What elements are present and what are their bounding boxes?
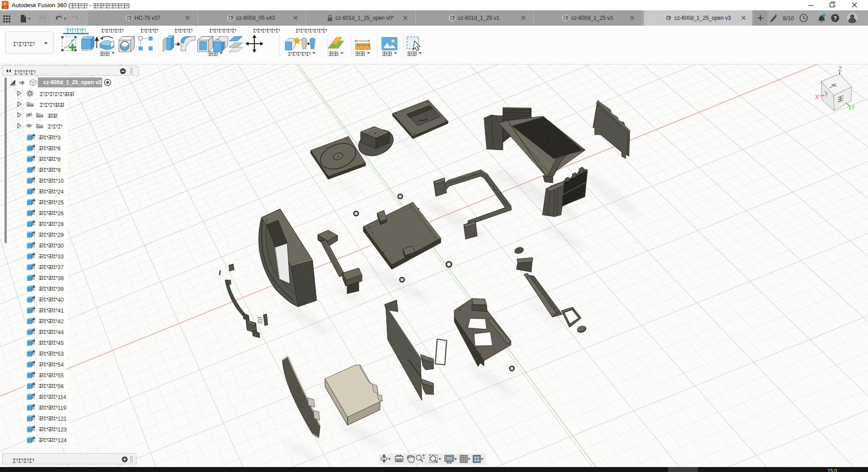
svg-text:Z: Z — [838, 65, 842, 73]
svg-text:X: X — [815, 93, 819, 100]
svg-text:F: F — [4, 2, 7, 6]
svg-text:8/10: 8/10 — [783, 15, 794, 22]
svg-text:Y: Y — [851, 104, 855, 111]
svg-text:360: 360 — [4, 7, 7, 9]
svg-text:?: ? — [833, 15, 836, 22]
